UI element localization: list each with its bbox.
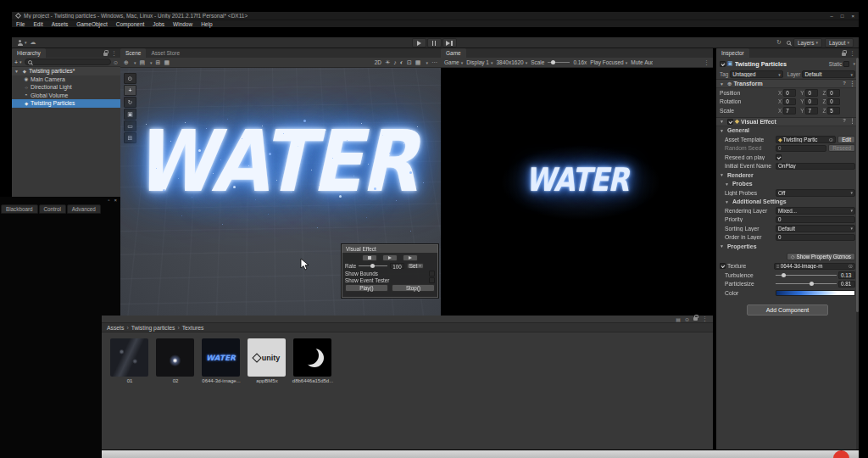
light-probes-dropdown[interactable]: Off ▾ xyxy=(776,189,855,197)
layer-dropdown[interactable]: Default ▾ xyxy=(802,70,855,78)
rendering-layer-dropdown[interactable]: Mixed... ▾ xyxy=(776,207,855,215)
maximize-button[interactable]: □ xyxy=(841,14,844,19)
asset-template-field[interactable]: ◆ Twisting Partic ⊙ xyxy=(776,136,836,143)
menu-jobs[interactable]: Jobs xyxy=(148,21,169,27)
rotation-y-field[interactable]: 0 xyxy=(805,98,818,106)
priority-field[interactable]: 0 xyxy=(776,216,855,224)
static-checkb[interactable] xyxy=(843,61,849,67)
asset-thumbnail-moon[interactable] xyxy=(293,338,331,377)
rotation-x-field[interactable]: 0 xyxy=(783,98,796,106)
layers-dropdown[interactable]: Layers ▾ xyxy=(793,38,822,47)
additional-settings-foldout[interactable]: ▼ Additional Settings xyxy=(716,198,859,207)
minimize-button[interactable]: – xyxy=(831,14,833,19)
scale-x-field[interactable]: 7 xyxy=(783,107,796,114)
menu-assets[interactable]: Assets xyxy=(47,21,73,27)
turbulence-value[interactable]: 0.13 xyxy=(838,271,855,279)
game-view-dropdown[interactable]: Game ▾ xyxy=(444,59,463,65)
order-in-layer-field[interactable]: 0 xyxy=(776,234,855,242)
vfx-play-button[interactable]: Play() xyxy=(345,284,388,292)
texture-field[interactable]: ≡ 0644-3d-image-m ⊙ xyxy=(774,263,855,271)
show-property-gizmos-button[interactable]: ◇ Show Property Gizmos xyxy=(787,253,855,260)
scene-grid-dropdown-icon[interactable]: ▦ xyxy=(415,59,421,66)
hierarchy-item-global-volume[interactable]: ◓ Global Volume xyxy=(12,92,120,100)
reseed-on-play-checkbox[interactable] xyxy=(776,154,782,160)
object-picker-icon[interactable]: ⊙ xyxy=(849,263,853,269)
reseed-button[interactable]: Reseed xyxy=(828,144,855,152)
vfx-step-icon-button[interactable] xyxy=(403,254,418,261)
active-checkbox[interactable] xyxy=(720,61,726,67)
edit-button[interactable]: Edit xyxy=(837,136,855,143)
gameobject-name[interactable]: Twisting Particles xyxy=(735,60,787,68)
gizmos-menu-icon[interactable]: ⋯ xyxy=(431,59,437,66)
vfx-stop-button[interactable]: Stop() xyxy=(392,284,435,292)
tab-control[interactable]: Control xyxy=(39,204,66,214)
scene-visibility-icon[interactable]: ⊡ xyxy=(407,59,412,66)
asset-thumbnail-01[interactable] xyxy=(110,338,148,377)
position-x-field[interactable]: 0 xyxy=(783,89,796,97)
display-dropdown[interactable]: Display 1 ▾ xyxy=(466,59,492,65)
vfx-rate-slider[interactable] xyxy=(359,263,387,269)
menu-help[interactable]: Help xyxy=(197,21,216,27)
project-filter-icon[interactable]: ⊙ xyxy=(685,316,689,322)
vfx-panel-title[interactable]: Visual Effect xyxy=(342,245,437,253)
mute-audio-toggle[interactable]: Mute Audio xyxy=(631,59,653,65)
tag-dropdown[interactable]: Untagged ▾ xyxy=(730,70,783,78)
probes-foldout[interactable]: ▼ Probes xyxy=(716,180,859,189)
slider-handle[interactable] xyxy=(370,264,375,268)
play-button[interactable] xyxy=(412,38,426,47)
scene-lighting-icon[interactable]: ☀ xyxy=(385,59,390,66)
search-icon[interactable] xyxy=(787,41,791,45)
vfx-show-bounds-checkbox[interactable] xyxy=(429,271,435,276)
window-square-icon[interactable]: ▫ xyxy=(108,198,109,203)
breadcrumb-twisting-particles[interactable]: Twisting particles xyxy=(131,325,175,331)
component-enabled-checkbox[interactable] xyxy=(727,119,733,125)
resolution-dropdown[interactable]: 3840x1620 ▾ xyxy=(496,59,527,65)
kebab-menu-icon[interactable]: ⋮ xyxy=(849,50,855,57)
menu-edit[interactable]: Edit xyxy=(29,21,47,27)
turbulence-slider[interactable] xyxy=(776,271,837,278)
menu-window[interactable]: Window xyxy=(169,21,197,27)
vfx-show-event-tester-checkbox[interactable] xyxy=(429,277,435,283)
breadcrumb-textures[interactable]: Textures xyxy=(182,325,204,331)
scene-audio-icon[interactable]: ♪ xyxy=(393,59,397,65)
breadcrumb-assets[interactable]: Assets xyxy=(107,325,124,331)
tab-blackboard[interactable]: Blackboard xyxy=(1,204,38,214)
lock-icon[interactable] xyxy=(693,317,698,321)
step-button[interactable] xyxy=(442,38,457,47)
renderer-foldout[interactable]: ▼ Renderer xyxy=(716,170,859,180)
play-focused-dropdown[interactable]: Play Focused ▾ xyxy=(590,59,627,65)
scrollbar-thumb[interactable] xyxy=(856,58,859,312)
particle-size-value[interactable]: 0.81 xyxy=(838,281,855,288)
hierarchy-item-main-camera[interactable]: ◉ Main Camera xyxy=(12,75,120,84)
hierarchy-scene-row[interactable]: ▼ ◆ Twisting particles* xyxy=(12,67,120,75)
help-icon[interactable]: ? xyxy=(843,81,846,87)
vfx-stop-icon-button[interactable] xyxy=(362,254,377,261)
texture-override-checkbox[interactable] xyxy=(720,263,726,269)
tab-inspector[interactable]: Inspector xyxy=(716,48,749,58)
general-foldout[interactable]: ▼ General xyxy=(716,126,859,136)
position-y-field[interactable]: 0 xyxy=(805,89,818,97)
random-seed-field[interactable]: 0 xyxy=(776,145,826,153)
color-gradient-field[interactable] xyxy=(776,290,855,296)
vfx-play-icon-button[interactable] xyxy=(382,254,398,261)
rotation-z-field[interactable]: 0 xyxy=(827,98,840,106)
cloud-icon[interactable]: ☁ xyxy=(31,39,36,46)
asset-thumbnail-unity-logo[interactable]: unity xyxy=(248,338,286,377)
foldout-open-icon[interactable]: ▼ xyxy=(14,69,19,74)
transform-header[interactable]: ▼ ⊕ Transform ? ⋮ xyxy=(716,79,859,88)
kebab-menu-icon[interactable]: ⋮ xyxy=(702,316,708,322)
hierarchy-item-twisting-particles[interactable]: ◆ Twisting Particles xyxy=(12,99,120,108)
hierarchy-item-directional-light[interactable]: ☼ Directional Light xyxy=(12,83,120,92)
tab-hierarchy[interactable]: Hierarchy xyxy=(12,48,46,58)
initial-event-field[interactable]: OnPlay xyxy=(776,163,855,170)
vfx-rate-value[interactable]: 100 xyxy=(390,263,404,270)
scale-slider[interactable] xyxy=(548,62,570,63)
view-tool[interactable]: ⊙ xyxy=(124,73,136,84)
kebab-menu-icon[interactable]: ⋮ xyxy=(111,50,117,57)
add-object-button[interactable]: + ▾ xyxy=(14,59,22,65)
filter-icon[interactable]: ⊙ xyxy=(114,59,118,65)
kebab-menu-icon[interactable]: ⋮ xyxy=(849,118,855,125)
project-list-icon[interactable]: ▤ xyxy=(676,316,681,322)
visual-effect-header[interactable]: ▼ ◆ Visual Effect ? ⋮ xyxy=(716,117,859,126)
pause-button[interactable] xyxy=(427,38,442,47)
